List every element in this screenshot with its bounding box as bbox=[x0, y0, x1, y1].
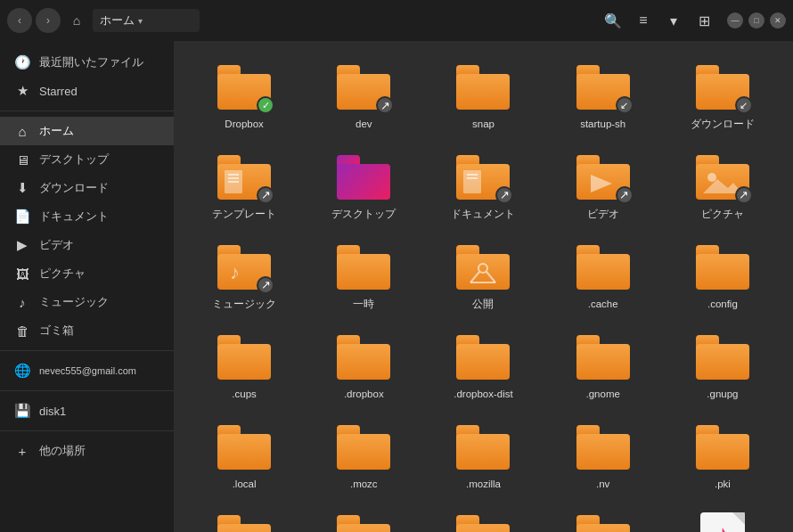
desktop-icon: 🖥 bbox=[14, 152, 30, 168]
folder-icon-wrapper bbox=[335, 422, 392, 472]
grid-view-button[interactable]: ⊞ bbox=[691, 8, 716, 33]
video-icon: ▶ bbox=[14, 237, 30, 253]
sidebar-item-email[interactable]: 🌐 nevec555@gmail.com bbox=[0, 356, 174, 385]
list-item[interactable]: ♪ ↗ ミュージック bbox=[188, 235, 300, 318]
list-item[interactable]: ↙ ダウンロード bbox=[666, 55, 779, 138]
sidebar-item-recent[interactable]: 🕐 最近開いたファイル bbox=[0, 48, 174, 77]
svg-rect-1 bbox=[228, 174, 239, 176]
list-item[interactable]: .cache bbox=[547, 235, 659, 318]
list-item[interactable]: snap bbox=[427, 55, 539, 138]
sidebar-item-pictures[interactable]: 🖼 ピクチャ bbox=[0, 259, 174, 288]
sidebar-item-other[interactable]: + 他の場所 bbox=[0, 437, 174, 465]
list-item[interactable]: ↙ startup-sh bbox=[547, 55, 659, 138]
svg-line-13 bbox=[486, 272, 495, 282]
folder-icon-wrapper bbox=[694, 242, 751, 292]
sidebar-item-documents[interactable]: 📄 ドキュメント bbox=[0, 202, 174, 231]
list-item[interactable]: デスクトップ bbox=[307, 145, 420, 228]
list-item[interactable] bbox=[188, 505, 300, 532]
sidebar-item-label: 最近開いたファイル bbox=[39, 54, 143, 70]
list-item[interactable]: ↗ ドキュメント bbox=[427, 145, 539, 228]
list-item[interactable]: ↗ テンプレート bbox=[188, 145, 300, 228]
file-name: .dropbox-dist bbox=[454, 388, 512, 401]
list-item[interactable]: ↗ ピクチャ bbox=[666, 145, 779, 228]
forward-button[interactable]: › bbox=[36, 8, 61, 33]
sidebar-item-starred[interactable]: ★ Starred bbox=[0, 77, 174, 105]
music-icon: ♪ bbox=[14, 295, 30, 310]
sidebar-item-trash[interactable]: 🗑 ゴミ箱 bbox=[0, 316, 174, 345]
sidebar-item-label: デスクトップ bbox=[39, 151, 109, 168]
sidebar-item-desktop[interactable]: 🖥 デスクトップ bbox=[0, 145, 174, 174]
breadcrumb[interactable]: ホーム ▾ bbox=[93, 9, 200, 32]
list-item[interactable]: .dropbox-dist bbox=[427, 325, 539, 408]
file-name: .nv bbox=[596, 478, 609, 491]
list-item[interactable]: ✓ Dropbox bbox=[188, 55, 300, 138]
clock-icon: 🕐 bbox=[14, 54, 30, 70]
folder-icon-wrapper bbox=[216, 332, 273, 382]
list-item[interactable]: ♪ mp3 mp3 bbox=[666, 505, 779, 532]
file-name: .local bbox=[233, 478, 257, 491]
list-item[interactable]: .config bbox=[666, 235, 779, 318]
sidebar-divider bbox=[0, 110, 174, 111]
close-button[interactable]: ✕ bbox=[770, 12, 786, 29]
sidebar-item-disk1[interactable]: 💾 disk1 bbox=[0, 397, 174, 425]
file-name: 一時 bbox=[353, 298, 374, 311]
file-name: ダウンロード bbox=[691, 118, 755, 131]
download-icon: ⬇ bbox=[14, 180, 30, 196]
list-item[interactable]: .pki bbox=[666, 415, 779, 498]
sidebar-item-label: ダウンロード bbox=[39, 180, 109, 196]
folder-icon-wrapper: ♪ ↗ bbox=[216, 242, 273, 292]
home-icon[interactable]: ⌂ bbox=[64, 8, 89, 33]
minimize-button[interactable]: — bbox=[727, 12, 743, 29]
sidebar-item-label: ミュージック bbox=[39, 294, 109, 310]
list-item[interactable] bbox=[547, 505, 659, 532]
list-item[interactable]: .nv bbox=[547, 415, 659, 498]
folder-icon-wrapper bbox=[216, 422, 273, 472]
sidebar-item-label: ドキュメント bbox=[39, 209, 109, 225]
sidebar-divider-4 bbox=[0, 430, 174, 431]
back-button[interactable]: ‹ bbox=[7, 8, 32, 33]
list-item[interactable]: .mozc bbox=[307, 415, 420, 498]
file-name: .cache bbox=[588, 298, 618, 311]
sidebar-item-music[interactable]: ♪ ミュージック bbox=[0, 288, 174, 316]
list-view-button[interactable]: ≡ bbox=[631, 8, 656, 33]
network-icon: 🌐 bbox=[14, 363, 30, 379]
folder-icon-wrapper bbox=[454, 242, 511, 292]
sidebar-item-home[interactable]: ⌂ ホーム bbox=[0, 117, 174, 145]
sidebar-item-label: ピクチャ bbox=[39, 266, 86, 282]
sidebar-item-downloads[interactable]: ⬇ ダウンロード bbox=[0, 174, 174, 202]
list-item[interactable]: .mozilla bbox=[427, 415, 539, 498]
file-name: ドキュメント bbox=[451, 208, 515, 221]
folder-icon-wrapper: ↙ bbox=[575, 62, 632, 112]
sidebar-item-label: nevec555@gmail.com bbox=[39, 365, 136, 376]
file-name: ビデオ bbox=[587, 208, 619, 221]
file-name: .cups bbox=[232, 388, 257, 401]
folder-icon-wrapper bbox=[216, 512, 273, 532]
maximize-button[interactable]: □ bbox=[748, 12, 764, 29]
file-name: .pki bbox=[715, 478, 731, 491]
list-item[interactable]: ↗ ビデオ bbox=[547, 145, 659, 228]
file-name: .config bbox=[707, 298, 738, 311]
list-item[interactable]: .local bbox=[188, 415, 300, 498]
svg-rect-3 bbox=[228, 181, 239, 183]
folder-icon-wrapper bbox=[575, 332, 632, 382]
search-button[interactable]: 🔍 bbox=[601, 8, 625, 33]
list-item[interactable]: .cups bbox=[188, 325, 300, 408]
file-name: ミュージック bbox=[212, 298, 276, 311]
list-item[interactable]: .gnupg bbox=[666, 325, 779, 408]
folder-icon-wrapper bbox=[335, 152, 392, 202]
list-item[interactable]: ↗ dev bbox=[307, 55, 420, 138]
list-item[interactable] bbox=[427, 505, 539, 532]
sidebar-item-videos[interactable]: ▶ ビデオ bbox=[0, 231, 174, 259]
trash-icon: 🗑 bbox=[14, 323, 30, 339]
svg-line-12 bbox=[470, 272, 479, 282]
titlebar-actions: 🔍 ≡ ▾ ⊞ bbox=[601, 8, 716, 33]
list-item[interactable] bbox=[307, 505, 420, 532]
view-options-button[interactable]: ▾ bbox=[661, 8, 686, 33]
badge-down: ↙ bbox=[735, 96, 753, 114]
list-item[interactable]: 公開 bbox=[427, 235, 539, 318]
badge-link: ↗ bbox=[376, 96, 394, 114]
list-item[interactable]: .dropbox bbox=[307, 325, 420, 408]
svg-point-11 bbox=[478, 264, 487, 273]
list-item[interactable]: .gnome bbox=[547, 325, 659, 408]
list-item[interactable]: 一時 bbox=[307, 235, 420, 318]
